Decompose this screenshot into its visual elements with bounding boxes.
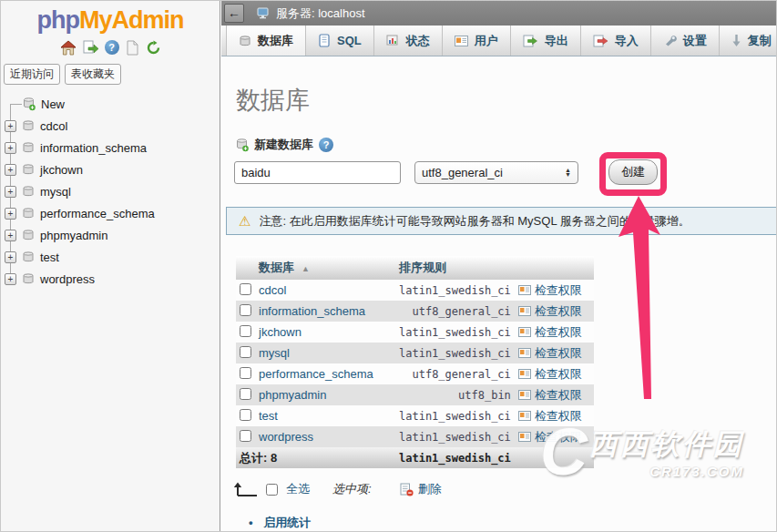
help-glyph: ? [323, 139, 330, 150]
tree-item-label[interactable]: test [40, 251, 59, 264]
tab-label: 状态 [406, 33, 430, 49]
main-tabbar: 数据库 SQL 状态 用户 导出 导入 设置 复制 [221, 26, 777, 56]
database-link[interactable]: mysql [259, 346, 290, 360]
tree-item-label[interactable]: wordpress [40, 272, 95, 286]
tree-item-wordpress[interactable]: + wordpress [1, 268, 220, 290]
database-link[interactable]: jkchown [259, 325, 302, 339]
check-privileges-link[interactable]: 检查权限 [518, 345, 590, 362]
tree-item-label[interactable]: information_schema [40, 141, 147, 155]
tab-settings[interactable]: 设置 [651, 26, 720, 56]
sort-asc-icon: ▲ [302, 264, 310, 273]
expand-icon[interactable]: + [5, 142, 16, 154]
row-checkbox[interactable] [240, 388, 251, 400]
expand-icon[interactable]: + [5, 120, 16, 132]
database-tree: New + cdcol + information_schema + jkcho… [1, 93, 220, 290]
logo-myadmin-text: MyAdmin [79, 6, 184, 34]
tab-label: 数据库 [258, 33, 293, 49]
database-name-input[interactable] [234, 161, 401, 184]
tree-item-mysql[interactable]: + mysql [1, 180, 220, 202]
phpmyadmin-window: phpMyAdmin ? 近期访问 表收藏夹 [0, 0, 777, 532]
home-icon[interactable] [60, 40, 77, 56]
sidebar-filters: 近期访问 表收藏夹 [1, 56, 220, 85]
tree-item-new[interactable]: New [1, 93, 220, 115]
check-all-checkbox[interactable] [266, 484, 278, 496]
tab-status[interactable]: 状态 [374, 26, 443, 56]
database-link[interactable]: phpmyadmin [259, 388, 326, 402]
database-column-header[interactable]: 数据库▲ [255, 256, 395, 280]
tree-item-information-schema[interactable]: + information_schema [1, 137, 220, 159]
expand-icon[interactable]: + [5, 186, 16, 198]
sidebar-toolbar: ? [1, 38, 220, 56]
tree-item-phpmyadmin[interactable]: + phpmyadmin [1, 224, 220, 246]
tree-item-cdcol[interactable]: + cdcol [1, 115, 220, 137]
select-arrows-icon: ▲ ▼ [565, 168, 571, 178]
check-privileges-link[interactable]: 检查权限 [518, 408, 590, 425]
tree-item-label[interactable]: jkchown [40, 163, 83, 177]
expand-icon[interactable]: + [5, 208, 16, 220]
server-label[interactable]: 服务器: localhost [276, 5, 365, 22]
check-all-label[interactable]: 全选 [286, 481, 310, 497]
delete-icon [400, 483, 414, 496]
wrench-icon [663, 34, 677, 47]
row-checkbox[interactable] [240, 409, 251, 421]
tab-export[interactable]: 导出 [511, 26, 581, 56]
check-privileges-link[interactable]: 检查权限 [518, 429, 590, 445]
tree-item-performance-schema[interactable]: + performance_schema [1, 202, 220, 224]
privileges-icon [518, 306, 531, 316]
check-privileges-link[interactable]: 检查权限 [518, 303, 590, 320]
refresh-icon[interactable] [146, 40, 161, 56]
tree-item-label[interactable]: mysql [40, 185, 71, 199]
collation-select[interactable]: utf8_general_ci ▲ ▼ [414, 161, 578, 184]
tree-item-label[interactable]: New [41, 97, 65, 111]
exit-icon[interactable] [83, 40, 98, 56]
row-checkbox[interactable] [240, 283, 251, 295]
recent-tables-button[interactable]: 近期访问 [4, 64, 60, 85]
tree-item-jkchown[interactable]: + jkchown [1, 159, 220, 180]
row-checkbox[interactable] [240, 325, 251, 337]
row-checkbox[interactable] [240, 367, 251, 379]
privileges-icon [518, 411, 531, 421]
breadcrumb[interactable]: 服务器: localhost [257, 5, 365, 22]
row-checkbox[interactable] [240, 346, 251, 358]
row-checkbox[interactable] [240, 430, 251, 442]
database-link[interactable]: test [259, 409, 278, 423]
database-link[interactable]: cdcol [259, 283, 286, 297]
expand-icon[interactable]: + [5, 164, 16, 176]
database-link[interactable]: wordpress [259, 430, 313, 444]
expand-icon[interactable]: + [5, 251, 16, 263]
enable-statistics-row: 启用统计 [249, 515, 311, 531]
create-button[interactable]: 创建 [608, 159, 658, 185]
privileges-icon [518, 369, 531, 379]
tree-item-label[interactable]: performance_schema [40, 207, 155, 220]
export-icon [523, 35, 538, 47]
check-privileges-link[interactable]: 检查权限 [518, 387, 590, 404]
tree-item-label[interactable]: phpmyadmin [40, 229, 107, 242]
database-link[interactable]: information_schema [259, 304, 365, 318]
with-selected-label: 选中项: [332, 481, 372, 497]
table-favorites-button[interactable]: 表收藏夹 [65, 64, 121, 85]
tab-users[interactable]: 用户 [443, 26, 511, 56]
check-privileges-link[interactable]: 检查权限 [518, 324, 590, 341]
collation-column-header[interactable]: 排序规则 [395, 256, 515, 280]
help-icon[interactable]: ? [319, 138, 333, 152]
tab-sql[interactable]: SQL [306, 26, 374, 56]
check-privileges-link[interactable]: 检查权限 [518, 366, 590, 383]
table-row: cdcol latin1_swedish_ci 检查权限 [236, 280, 594, 301]
tab-databases[interactable]: 数据库 [226, 26, 306, 56]
tree-item-label[interactable]: cdcol [40, 119, 67, 133]
help-icon[interactable]: ? [105, 40, 119, 55]
delete-selected-button[interactable]: 删除 [400, 481, 442, 497]
tab-replication[interactable]: 复制 [720, 26, 777, 56]
tab-import[interactable]: 导入 [581, 26, 651, 56]
document-icon[interactable] [126, 40, 139, 56]
collation-value: latin1_swedish_ci [395, 322, 515, 343]
database-link[interactable]: performance_schema [259, 367, 373, 381]
tree-item-test[interactable]: + test [1, 246, 220, 268]
row-checkbox[interactable] [240, 304, 251, 316]
enable-statistics-link[interactable]: 启用统计 [263, 516, 311, 529]
expand-icon[interactable]: + [5, 273, 16, 285]
check-privileges-link[interactable]: 检查权限 [518, 282, 590, 299]
expand-icon[interactable]: + [5, 230, 16, 241]
footer-action-spacer [515, 447, 594, 468]
back-button[interactable]: ← [224, 4, 244, 23]
